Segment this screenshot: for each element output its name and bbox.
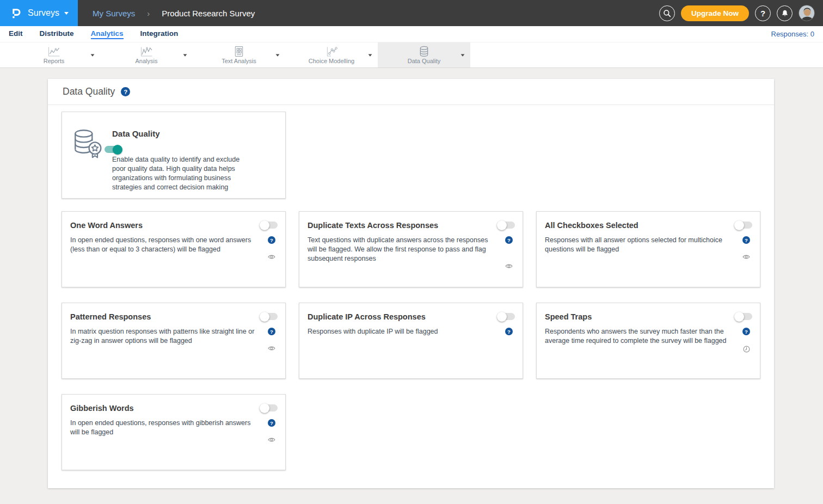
upgrade-now-button[interactable]: Upgrade Now <box>681 5 749 21</box>
data-quality-master-card: Data Quality Enable data quality to iden… <box>62 112 286 199</box>
toolbar-reports[interactable]: Reports <box>8 42 100 67</box>
page-title: Data Quality <box>63 86 115 97</box>
help-icon[interactable] <box>121 87 130 96</box>
card-description: Responses with duplicate IP will be flag… <box>308 327 503 336</box>
document-grid-icon <box>234 46 244 57</box>
panel-header: Data Quality <box>48 79 774 105</box>
all-checkboxes-toggle[interactable] <box>735 222 752 229</box>
speed-traps-toggle[interactable] <box>735 313 752 320</box>
eye-icon[interactable] <box>742 254 750 260</box>
product-switcher[interactable]: Surveys <box>0 0 78 26</box>
toolbar-data-quality[interactable]: Data Quality <box>378 42 470 67</box>
eye-icon[interactable] <box>268 437 275 442</box>
tab-analytics[interactable]: Analytics <box>91 29 124 39</box>
questionpro-logo-icon <box>9 7 23 20</box>
card-gibberish-words: Gibberish Words In open ended questions,… <box>62 394 286 470</box>
card-one-word-answers: One Word Answers In open ended questions… <box>62 211 286 287</box>
toolbar-label: Choice Modelling <box>309 58 354 64</box>
search-icon <box>663 9 671 17</box>
duplicate-ip-toggle[interactable] <box>498 313 515 320</box>
card-title: Speed Traps <box>545 311 592 321</box>
analytics-toolbar: Reports Analysis Text Analysis Choice Mo… <box>0 42 823 68</box>
search-button[interactable] <box>659 5 675 21</box>
page-content: Data Quality <box>0 79 823 488</box>
toolbar-choice-modelling[interactable]: Choice Modelling <box>285 42 378 67</box>
top-header: Surveys My Surveys Product Research Surv… <box>0 0 823 26</box>
avatar[interactable] <box>799 5 815 21</box>
chevron-down-icon <box>183 54 187 56</box>
card-description: Respondents who answers the survey much … <box>545 327 740 353</box>
duplicate-texts-toggle[interactable] <box>498 222 515 229</box>
tab-distribute[interactable]: Distribute <box>40 29 74 39</box>
card-title: Data Quality <box>112 129 275 138</box>
breadcrumb-my-surveys[interactable]: My Surveys <box>93 9 135 18</box>
scatter-chart-icon <box>325 46 338 57</box>
card-title: Duplicate IP Across Responses <box>308 311 426 321</box>
clock-icon[interactable] <box>743 346 750 353</box>
data-quality-toggle[interactable] <box>105 146 121 153</box>
tab-integration[interactable]: Integration <box>140 29 179 39</box>
help-icon[interactable] <box>505 236 513 244</box>
toolbar-label: Data Quality <box>408 58 441 64</box>
help-icon[interactable] <box>268 419 275 427</box>
card-all-checkboxes-selected: All Checkboxes Selected Responses with a… <box>536 211 760 287</box>
gibberish-words-toggle[interactable] <box>261 404 278 411</box>
card-title: One Word Answers <box>70 220 143 230</box>
card-patterned-responses: Patterned Responses In matrix question r… <box>62 303 286 379</box>
header-actions: Upgrade Now <box>659 5 823 21</box>
eye-icon[interactable] <box>505 263 513 269</box>
product-name: Surveys <box>28 8 59 18</box>
chevron-down-icon <box>64 12 69 15</box>
toolbar-label: Text Analysis <box>222 58 256 64</box>
toolbar-analysis[interactable]: Analysis <box>100 42 193 67</box>
eye-icon[interactable] <box>268 346 275 351</box>
card-title: Duplicate Texts Across Responses <box>308 220 438 230</box>
card-speed-traps: Speed Traps Respondents who answers the … <box>536 303 760 379</box>
toolbar-label: Reports <box>44 58 65 64</box>
card-duplicate-texts: Duplicate Texts Across Responses Text qu… <box>299 211 523 287</box>
card-description: In matrix question responses with patter… <box>70 327 266 351</box>
survey-nav: Edit Distribute Analytics Integration Re… <box>0 26 823 42</box>
tab-edit[interactable]: Edit <box>9 29 23 39</box>
responses-count: Responses: 0 <box>771 30 815 38</box>
bell-icon <box>781 9 789 17</box>
line-chart-icon <box>47 46 60 57</box>
card-duplicate-ip: Duplicate IP Across Responses Responses … <box>299 303 523 379</box>
database-icon <box>419 46 429 57</box>
trend-chart-icon <box>140 46 153 57</box>
card-description: In open ended questions, responses with … <box>70 236 266 260</box>
help-icon[interactable] <box>742 328 750 335</box>
help-icon[interactable] <box>742 236 750 244</box>
card-title: Patterned Responses <box>70 311 151 321</box>
database-award-icon <box>71 123 112 198</box>
help-button[interactable] <box>755 5 771 21</box>
help-icon[interactable] <box>505 328 513 335</box>
chevron-down-icon <box>276 54 280 56</box>
toolbar-text-analysis[interactable]: Text Analysis <box>193 42 285 67</box>
panel-body: Data Quality Enable data quality to iden… <box>48 105 774 488</box>
rule-cards-grid: One Word Answers In open ended questions… <box>62 211 760 470</box>
one-word-answers-toggle[interactable] <box>261 222 278 229</box>
patterned-responses-toggle[interactable] <box>261 313 278 320</box>
eye-icon[interactable] <box>268 254 275 260</box>
breadcrumb: My Surveys Product Research Survey <box>93 9 255 18</box>
master-card-content: Data Quality Enable data quality to iden… <box>112 123 277 198</box>
breadcrumb-current-survey: Product Research Survey <box>162 9 255 18</box>
chevron-down-icon <box>91 54 95 56</box>
notifications-button[interactable] <box>777 5 793 21</box>
card-description: In open ended questions, responses with … <box>70 419 266 442</box>
chevron-down-icon <box>461 54 465 56</box>
card-title: Gibberish Words <box>70 403 134 413</box>
data-quality-panel: Data Quality <box>48 79 774 488</box>
chevron-down-icon <box>368 54 372 56</box>
help-icon[interactable] <box>268 236 275 244</box>
help-icon[interactable] <box>268 328 275 335</box>
breadcrumb-separator-icon <box>147 9 150 18</box>
card-title: All Checkboxes Selected <box>545 220 638 230</box>
card-description: Text questions with duplicate answers ac… <box>308 236 503 269</box>
toolbar-label: Analysis <box>136 58 158 64</box>
card-description: Enable data quality to identify and excl… <box>112 155 275 192</box>
card-description: Responses with all answer options select… <box>545 236 740 260</box>
